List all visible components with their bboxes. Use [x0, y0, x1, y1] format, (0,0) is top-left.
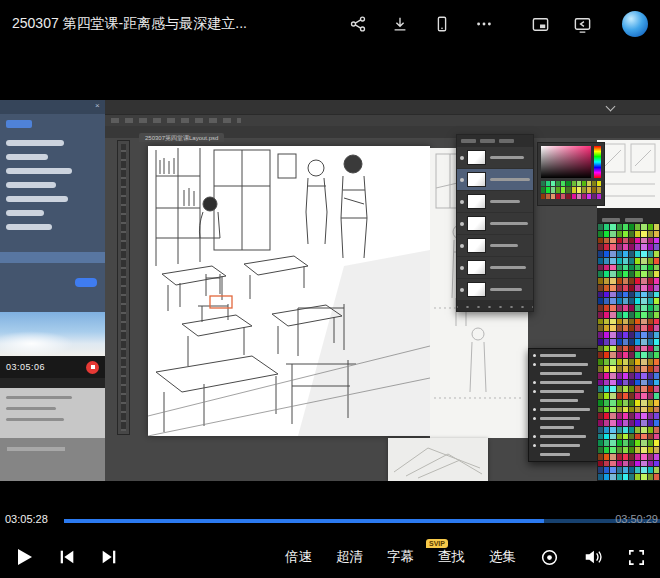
video-stage[interactable]: 03:05:06 250307第四堂课Layout.psd — [0, 48, 660, 510]
taskbar-area — [0, 438, 105, 481]
recording-substrip — [0, 378, 105, 388]
secondary-controls: 倍速 超清 字幕 SVIP 查找 选集 — [285, 547, 646, 567]
canvas[interactable] — [148, 146, 430, 436]
cast-screen-icon[interactable] — [572, 14, 592, 34]
context-menu[interactable] — [528, 348, 601, 462]
color-picker-panel — [537, 142, 605, 206]
mobile-icon[interactable] — [432, 14, 452, 34]
video-player-app: 250307 第四堂课-距离感与最深建立... — [0, 0, 660, 578]
saturation-square[interactable] — [541, 146, 591, 178]
current-time: 03:05:28 — [5, 513, 48, 525]
avatar[interactable] — [622, 11, 648, 37]
download-icon[interactable] — [390, 14, 410, 34]
total-time: 03:50:29 — [615, 513, 658, 525]
meeting-titlebar — [0, 100, 105, 114]
svip-badge: SVIP — [426, 539, 448, 548]
search-button[interactable]: SVIP 查找 — [438, 548, 465, 566]
reference-thumbnails — [597, 140, 660, 208]
fullscreen-icon[interactable] — [627, 548, 646, 567]
document-tab[interactable]: 250307第四堂课Layout.psd — [139, 133, 224, 142]
progress-bar[interactable] — [64, 519, 660, 523]
layers-panel-header — [457, 135, 533, 147]
classroom-sketch — [148, 146, 430, 436]
layers-panel-footer[interactable] — [457, 300, 533, 311]
recording-bar: 03:05:06 — [0, 356, 105, 378]
speed-button[interactable]: 倍速 — [285, 548, 312, 566]
subtitle-button[interactable]: 字幕 — [387, 548, 414, 566]
photoshop-menubar — [105, 115, 660, 126]
color-swatch-grid[interactable] — [541, 181, 601, 199]
pip-icon[interactable] — [530, 14, 550, 34]
top-bar: 250307 第四堂课-距离感与最深建立... — [0, 0, 660, 48]
play-icon[interactable] — [14, 547, 34, 567]
recording-time: 03:05:06 — [6, 362, 45, 372]
photoshop-window: 250307第四堂课Layout.psd — [105, 100, 660, 481]
record-stop-button[interactable] — [86, 361, 99, 374]
video-frame: 03:05:06 250307第四堂课Layout.psd — [0, 100, 660, 481]
progress-row: 03:05:28 03:50:29 — [0, 512, 660, 528]
top-bar-actions — [348, 11, 648, 37]
more-icon[interactable] — [474, 14, 494, 34]
quality-button[interactable]: 超清 — [336, 548, 363, 566]
playback-controls — [14, 547, 118, 567]
volume-icon[interactable] — [583, 547, 603, 567]
layers-list[interactable] — [457, 147, 533, 301]
meeting-window — [0, 100, 105, 312]
video-title: 250307 第四堂课-距离感与最深建立... — [12, 15, 247, 33]
send-button[interactable] — [75, 278, 97, 287]
thumbnail-sketch — [388, 438, 488, 481]
chat-messages — [0, 132, 105, 230]
palette-grid[interactable] — [597, 223, 660, 481]
settings-panel — [0, 388, 105, 438]
chevron-down-icon[interactable] — [606, 102, 616, 112]
sky-thumbnail — [0, 312, 105, 356]
progress-fill — [64, 519, 544, 523]
chat-banner — [0, 252, 105, 263]
photoshop-toolbar[interactable] — [117, 140, 130, 435]
hue-strip[interactable] — [594, 146, 601, 178]
photoshop-titlebar — [105, 100, 660, 115]
circle-dot-icon[interactable] — [540, 548, 559, 567]
close-icon[interactable] — [95, 102, 102, 109]
palette-header — [597, 208, 660, 224]
previous-icon[interactable] — [58, 548, 76, 566]
photoshop-tabbar: 250307第四堂课Layout.psd — [105, 126, 660, 138]
controls-bar: 倍速 超清 字幕 SVIP 查找 选集 — [0, 536, 660, 578]
chat-tag — [6, 120, 32, 128]
layers-panel — [456, 134, 534, 312]
episodes-button[interactable]: 选集 — [489, 548, 516, 566]
next-icon[interactable] — [100, 548, 118, 566]
share-icon[interactable] — [348, 14, 368, 34]
